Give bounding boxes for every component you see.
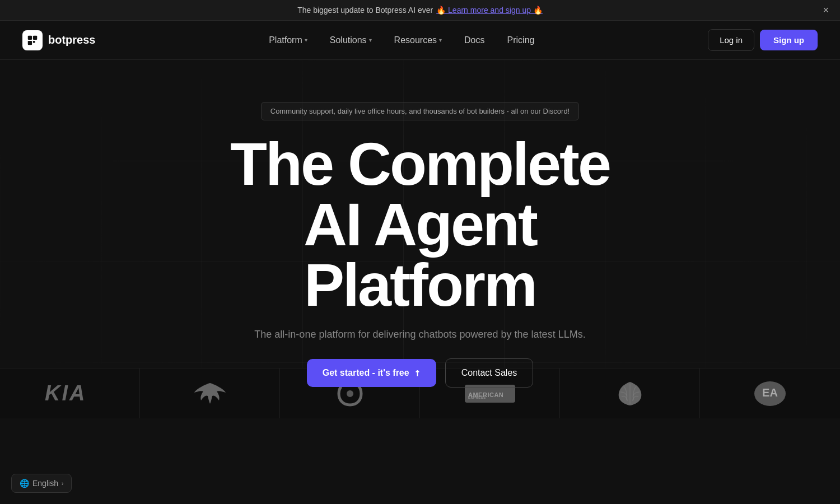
logo[interactable]: botpress	[22, 30, 95, 50]
hero-content: Community support, daily live office hou…	[140, 102, 700, 388]
svg-rect-5	[209, 395, 211, 400]
svg-text:EA: EA	[762, 386, 778, 399]
chevron-right-icon: ›	[62, 480, 63, 487]
chevron-down-icon: ▾	[439, 37, 442, 43]
hero-title: The Complete AI Agent Platform	[230, 134, 610, 315]
logo-ea: EA	[700, 368, 840, 418]
contact-sales-button[interactable]: Contact Sales	[445, 358, 534, 388]
svg-rect-2	[28, 40, 32, 44]
signup-button[interactable]: Sign up	[760, 30, 818, 50]
hero-subtitle: The all-in-one platform for delivering c…	[254, 329, 585, 340]
chevron-down-icon: ▾	[305, 37, 307, 43]
nav-docs[interactable]: Docs	[455, 31, 493, 50]
logo-text: botpress	[48, 34, 95, 46]
nav-solutions[interactable]: Solutions ▾	[321, 31, 381, 50]
nav-platform[interactable]: Platform ▾	[260, 31, 316, 50]
hero-buttons: Get started - it's free ↗ Contact Sales	[307, 358, 534, 388]
login-button[interactable]: Log in	[708, 29, 754, 51]
svg-rect-1	[33, 35, 37, 39]
svg-rect-3	[33, 40, 35, 43]
get-started-button[interactable]: Get started - it's free ↗	[307, 359, 436, 387]
arrow-icon: ↗	[412, 367, 423, 379]
announcement-link[interactable]: 🔥 Learn more and sign up 🔥	[436, 6, 543, 15]
close-announcement-button[interactable]: ×	[823, 5, 829, 15]
language-label: English	[32, 479, 58, 488]
announcement-bar: The biggest update to Botpress AI ever 🔥…	[0, 0, 840, 21]
hero-section: Community support, daily live office hou…	[0, 60, 840, 418]
svg-text:EXPRESS: EXPRESS	[468, 396, 486, 399]
chevron-down-icon: ▾	[369, 37, 372, 43]
discord-badge[interactable]: Community support, daily live office hou…	[261, 102, 579, 120]
announcement-text: The biggest update to Botpress AI ever	[297, 6, 433, 15]
logo-kia: KIA	[0, 368, 140, 418]
nav-pricing[interactable]: Pricing	[498, 31, 544, 50]
navigation: botpress Platform ▾ Solutions ▾ Resource…	[0, 21, 840, 60]
globe-icon: 🌐	[20, 479, 29, 488]
svg-rect-0	[28, 35, 32, 39]
svg-point-6	[347, 390, 353, 397]
nav-actions: Log in Sign up	[708, 29, 818, 51]
logo-icon	[22, 30, 43, 50]
svg-text:KIA: KIA	[45, 384, 86, 404]
discord-badge-text: Community support, daily live office hou…	[270, 107, 570, 115]
language-selector[interactable]: 🌐 English ›	[11, 474, 72, 493]
nav-resources[interactable]: Resources ▾	[385, 31, 451, 50]
nav-links: Platform ▾ Solutions ▾ Resources ▾ Docs …	[260, 31, 543, 50]
